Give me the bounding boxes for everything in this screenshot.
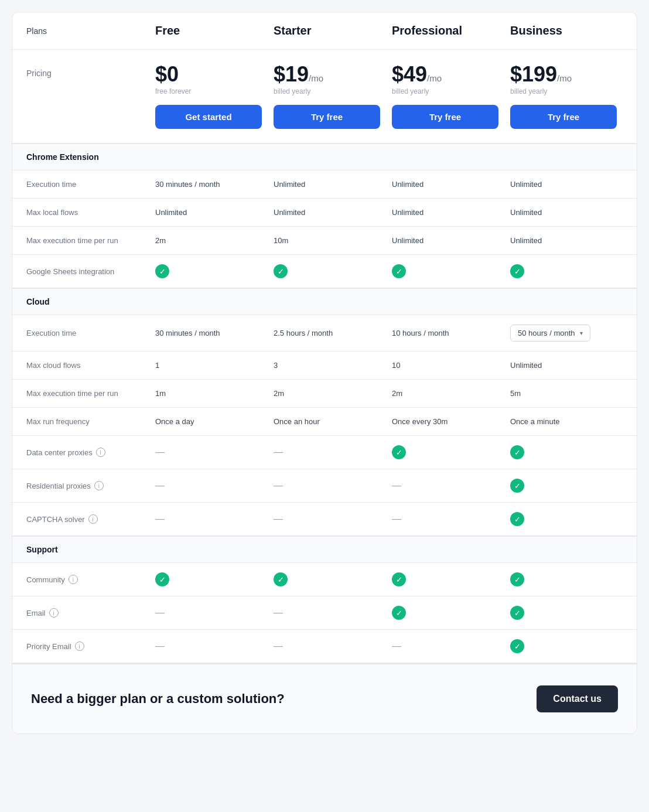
pricing-table: Plans Free Starter Professional Business… — [12, 12, 637, 733]
dash-icon: — — [155, 480, 165, 490]
pricing-row: Pricing $0 free forever Get started $19/… — [12, 50, 637, 144]
feature-value-2-1-1: — — [268, 608, 386, 618]
section-label-2: Support — [26, 545, 149, 554]
feature-name-2-1: Emaili — [26, 608, 149, 617]
price-sub-professional: billed yearly — [392, 87, 498, 95]
pricing-label: Pricing — [26, 64, 149, 78]
info-icon[interactable]: i — [94, 481, 104, 490]
info-icon[interactable]: i — [96, 448, 105, 457]
pricing-page: Plans Free Starter Professional Business… — [12, 12, 637, 734]
check-icon: ✓ — [510, 479, 524, 493]
dash-icon: — — [155, 514, 165, 524]
feature-value-1-6-0: — — [149, 514, 268, 524]
feature-value-0-0-2: Unlimited — [386, 180, 504, 189]
feature-value-1-6-1: — — [268, 514, 386, 524]
feature-name-0-0: Execution time — [26, 180, 149, 189]
feature-name-1-1: Max cloud flows — [26, 361, 149, 370]
feature-row-0-2: Max execution time per run2m10mUnlimited… — [12, 227, 637, 255]
check-icon: ✓ — [274, 572, 288, 586]
dash-icon: — — [155, 608, 165, 617]
dash-icon: — — [274, 447, 283, 457]
check-icon: ✓ — [510, 639, 524, 653]
check-icon: ✓ — [155, 572, 169, 586]
feature-value-2-2-0: — — [149, 641, 268, 651]
feature-name-2-0: Communityi — [26, 575, 149, 584]
check-icon: ✓ — [155, 264, 169, 278]
price-amount-starter: $19 — [274, 62, 309, 86]
plan-name-professional: Professional — [386, 24, 504, 37]
price-unit-starter: /mo — [309, 73, 323, 83]
price-sub-business: billed yearly — [510, 87, 617, 95]
dash-icon: — — [274, 641, 283, 651]
price-unit-professional: /mo — [427, 73, 442, 83]
check-icon: ✓ — [510, 264, 524, 278]
feature-value-2-0-3: ✓ — [504, 572, 623, 586]
try-free-button-business[interactable]: Try free — [510, 105, 617, 129]
feature-value-2-1-3: ✓ — [504, 606, 623, 620]
dash-icon: — — [392, 480, 401, 490]
feature-value-0-1-1: Unlimited — [268, 208, 386, 217]
feature-row-1-5: Residential proxiesi———✓ — [12, 469, 637, 503]
info-icon[interactable]: i — [69, 575, 78, 584]
try-free-button-professional[interactable]: Try free — [392, 105, 498, 129]
check-icon: ✓ — [510, 572, 524, 586]
section-header-1: Cloud — [12, 288, 637, 315]
feature-value-2-1-2: ✓ — [386, 606, 504, 620]
price-block-professional: $49/mo billed yearly Try free — [386, 64, 504, 129]
footer-text: Need a bigger plan or a custom solution? — [31, 691, 285, 707]
check-icon: ✓ — [392, 606, 406, 620]
price-display-business: $199/mo — [510, 64, 617, 85]
check-icon: ✓ — [392, 572, 406, 586]
section-header-2: Support — [12, 536, 637, 563]
feature-value-2-0-1: ✓ — [268, 572, 386, 586]
price-block-free: $0 free forever Get started — [149, 64, 268, 129]
info-icon[interactable]: i — [49, 608, 59, 617]
feature-value-2-0-0: ✓ — [149, 572, 268, 586]
price-display-starter: $19/mo — [274, 64, 380, 85]
feature-value-1-5-3: ✓ — [504, 479, 623, 493]
price-sub-free: free forever — [155, 87, 262, 95]
feature-row-1-3: Max run frequencyOnce a dayOnce an hourO… — [12, 408, 637, 436]
feature-value-2-2-2: — — [386, 641, 504, 651]
sections-container: Chrome ExtensionExecution time30 minutes… — [12, 144, 637, 663]
feature-row-2-0: Communityi✓✓✓✓ — [12, 563, 637, 596]
feature-value-0-3-2: ✓ — [386, 264, 504, 278]
feature-value-1-5-1: — — [268, 480, 386, 491]
feature-name-1-6: CAPTCHA solveri — [26, 514, 149, 524]
feature-value-2-2-3: ✓ — [504, 639, 623, 653]
feature-value-0-3-0: ✓ — [149, 264, 268, 278]
header-row: Plans Free Starter Professional Business — [12, 12, 637, 50]
section-header-0: Chrome Extension — [12, 144, 637, 170]
try-free-button-starter[interactable]: Try free — [274, 105, 380, 129]
feature-row-1-2: Max execution time per run1m2m2m5m — [12, 380, 637, 408]
feature-value-1-2-3: 5m — [504, 389, 623, 398]
feature-value-0-0-3: Unlimited — [504, 180, 623, 189]
get-started-button[interactable]: Get started — [155, 105, 262, 129]
feature-value-1-0-0: 30 minutes / month — [149, 329, 268, 337]
feature-value-1-4-2: ✓ — [386, 445, 504, 459]
contact-us-button[interactable]: Contact us — [537, 685, 618, 712]
feature-value-1-1-1: 3 — [268, 361, 386, 370]
feature-value-1-4-1: — — [268, 447, 386, 458]
price-block-starter: $19/mo billed yearly Try free — [268, 64, 386, 129]
feature-value-1-1-3: Unlimited — [504, 361, 623, 370]
feature-value-1-1-0: 1 — [149, 361, 268, 370]
price-sub-starter: billed yearly — [274, 87, 380, 95]
feature-value-0-2-0: 2m — [149, 236, 268, 245]
info-icon[interactable]: i — [75, 642, 84, 651]
feature-value-1-3-1: Once an hour — [268, 417, 386, 426]
feature-name-1-2: Max execution time per run — [26, 389, 149, 398]
check-icon: ✓ — [392, 445, 406, 459]
info-icon[interactable]: i — [88, 514, 98, 524]
feature-value-1-6-2: — — [386, 514, 504, 524]
feature-value-1-5-2: — — [386, 480, 504, 491]
chevron-down-icon: ▾ — [580, 330, 583, 336]
price-display-free: $0 — [155, 64, 262, 85]
execution-time-dropdown[interactable]: 50 hours / month▾ — [510, 325, 590, 342]
feature-value-1-3-0: Once a day — [149, 417, 268, 426]
feature-value-0-2-1: 10m — [268, 236, 386, 245]
feature-name-1-5: Residential proxiesi — [26, 481, 149, 490]
price-amount-professional: $49 — [392, 62, 427, 86]
dash-icon: — — [392, 514, 401, 524]
feature-value-1-0-3: 50 hours / month▾ — [504, 325, 623, 342]
